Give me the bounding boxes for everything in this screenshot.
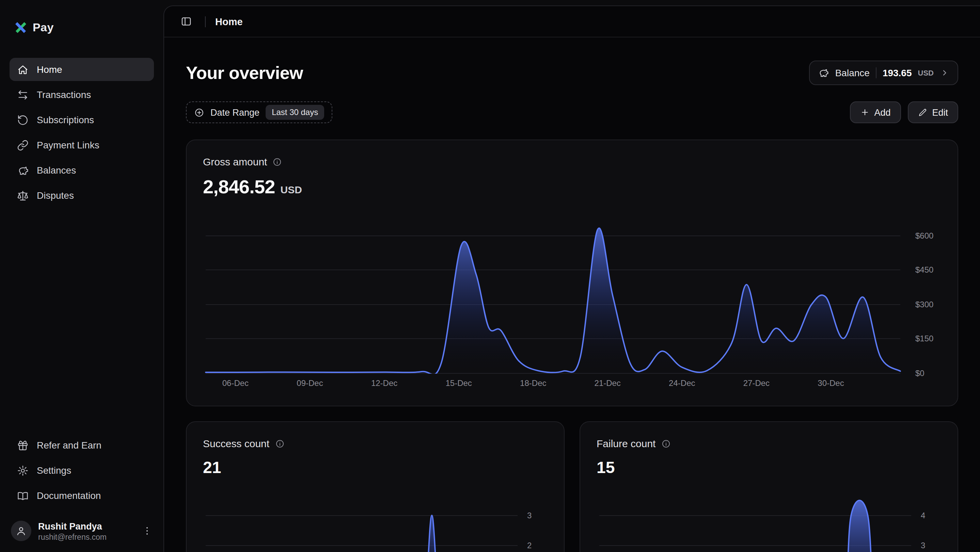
piggy-bank-icon: [818, 67, 829, 78]
failure-count-chart[interactable]: 43: [597, 497, 941, 552]
success-count-card: Success count 21 32: [186, 421, 565, 552]
edit-button-label: Edit: [932, 107, 948, 117]
sidebar-item-label: Transactions: [37, 89, 91, 100]
svg-text:30-Dec: 30-Dec: [818, 378, 844, 388]
piggy-bank-icon: [17, 164, 29, 176]
sidebar: Pay Home Transactions Subscriptions Paym…: [0, 0, 164, 552]
sidebar-item-label: Home: [37, 64, 62, 75]
topbar-title: Home: [215, 16, 243, 27]
date-range-value: Last 30 days: [266, 105, 324, 120]
sidebar-item-payment-links[interactable]: Payment Links: [10, 133, 154, 157]
svg-text:3: 3: [527, 511, 531, 520]
transactions-icon: [17, 89, 29, 100]
date-range-label: Date Range: [210, 107, 259, 117]
balance-currency: USD: [918, 69, 934, 77]
sidebar-item-label: Payment Links: [37, 140, 99, 151]
divider: [876, 67, 877, 78]
user-menu[interactable]: Rushit Pandya rushit@refrens.com: [0, 512, 164, 552]
card-title: Success count: [203, 437, 269, 450]
sidebar-item-label: Settings: [37, 465, 71, 476]
brand-logo[interactable]: Pay: [0, 0, 164, 35]
gear-icon: [17, 465, 29, 476]
card-title: Gross amount: [203, 155, 267, 169]
subscriptions-icon: [17, 114, 29, 125]
svg-text:4: 4: [921, 511, 925, 520]
sidebar-item-subscriptions[interactable]: Subscriptions: [10, 108, 154, 132]
ellipsis-vertical-icon[interactable]: [142, 525, 153, 536]
card-title-row: Success count: [203, 437, 547, 450]
sidebar-item-label: Subscriptions: [37, 114, 94, 125]
card-title: Failure count: [597, 437, 655, 450]
sidebar-item-transactions[interactable]: Transactions: [10, 83, 154, 106]
gross-amount-currency: USD: [281, 184, 302, 195]
chevron-right-icon: [940, 68, 949, 78]
person-icon: [16, 525, 27, 536]
svg-text:$300: $300: [915, 300, 933, 309]
brand-logo-icon: [14, 21, 28, 35]
svg-text:$150: $150: [915, 334, 933, 343]
main-panel: Home Your overview Balance 193.65 USD Da…: [164, 5, 980, 552]
success-count-chart[interactable]: 32: [203, 497, 547, 552]
balance-label: Balance: [835, 67, 870, 78]
svg-text:$450: $450: [915, 265, 933, 274]
card-title-row: Failure count: [597, 437, 941, 450]
sidebar-toggle-button[interactable]: [177, 12, 196, 31]
divider: [205, 16, 206, 27]
sidebar-item-refer-and-earn[interactable]: Refer and Earn: [10, 433, 154, 457]
gross-amount-chart[interactable]: $600$450$300$150$006-Dec09-Dec12-Dec15-D…: [203, 222, 941, 391]
card-title-row: Gross amount: [203, 155, 941, 169]
sidebar-item-label: Documentation: [37, 490, 101, 501]
page-title: Your overview: [186, 62, 303, 83]
sidebar-item-label: Balances: [37, 165, 76, 176]
card-value-row: 2,846.52 USD: [203, 176, 941, 199]
svg-text:3: 3: [921, 541, 925, 550]
book-open-icon: [17, 490, 29, 501]
user-meta: Rushit Pandya rushit@refrens.com: [38, 521, 135, 541]
svg-text:21-Dec: 21-Dec: [595, 378, 621, 388]
avatar: [11, 521, 31, 541]
sidebar-item-label: Disputes: [37, 190, 74, 201]
info-icon[interactable]: [661, 439, 670, 449]
date-range-filter[interactable]: Date Range Last 30 days: [186, 102, 332, 123]
scale-icon: [17, 190, 29, 201]
add-button[interactable]: Add: [850, 102, 900, 123]
plus-icon: [860, 108, 869, 117]
svg-text:15-Dec: 15-Dec: [446, 378, 472, 388]
refer-and-earn-icon: [17, 439, 29, 451]
sidebar-item-documentation[interactable]: Documentation: [10, 484, 154, 507]
svg-text:12-Dec: 12-Dec: [371, 378, 398, 388]
stats-cards-row: Success count 21 32 Failure count 15 43: [186, 421, 958, 552]
user-email: rushit@refrens.com: [38, 533, 135, 541]
link-icon: [17, 139, 29, 151]
svg-text:09-Dec: 09-Dec: [297, 378, 323, 388]
filters-toolbar: Date Range Last 30 days Add Edit: [186, 102, 958, 123]
balance-button[interactable]: Balance 193.65 USD: [810, 60, 958, 85]
sidebar-item-label: Refer and Earn: [37, 440, 102, 450]
plus-circle-icon: [194, 107, 204, 117]
svg-text:$0: $0: [915, 368, 924, 378]
panel-left-icon: [180, 16, 192, 27]
sidebar-item-settings[interactable]: Settings: [10, 459, 154, 482]
info-icon[interactable]: [275, 439, 284, 449]
svg-text:$600: $600: [915, 231, 933, 240]
sidebar-item-balances[interactable]: Balances: [10, 159, 154, 182]
svg-text:06-Dec: 06-Dec: [222, 378, 248, 388]
info-icon[interactable]: [272, 157, 282, 167]
app: Pay Home Transactions Subscriptions Paym…: [0, 0, 980, 552]
home-icon: [17, 63, 29, 75]
balance-amount: 193.65: [883, 67, 912, 78]
user-name: Rushit Pandya: [38, 521, 135, 531]
sidebar-item-disputes[interactable]: Disputes: [10, 184, 154, 207]
svg-text:2: 2: [527, 541, 531, 550]
failure-count-card: Failure count 15 43: [579, 421, 958, 552]
overview-header: Your overview Balance 193.65 USD: [186, 60, 958, 85]
add-button-label: Add: [874, 107, 891, 117]
edit-button[interactable]: Edit: [907, 102, 958, 123]
sidebar-item-home[interactable]: Home: [10, 58, 154, 81]
failure-count-value: 15: [597, 457, 941, 478]
success-count-value: 21: [203, 457, 547, 478]
svg-text:27-Dec: 27-Dec: [743, 378, 770, 388]
gross-amount-value: 2,846.52: [203, 176, 275, 199]
svg-text:18-Dec: 18-Dec: [520, 378, 546, 388]
brand-name: Pay: [33, 21, 54, 34]
